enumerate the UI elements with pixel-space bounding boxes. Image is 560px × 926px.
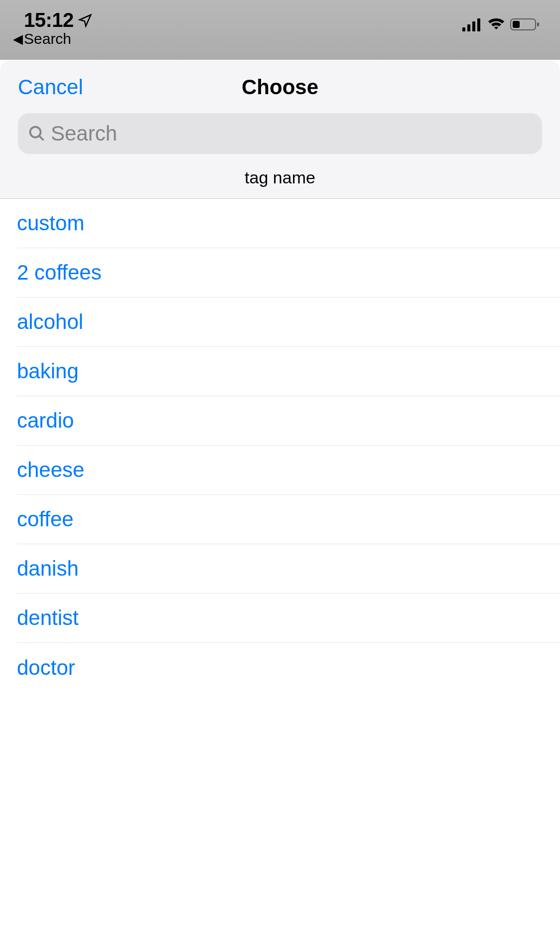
modal-title: Choose [242, 75, 318, 99]
tag-label: cardio [17, 396, 560, 446]
modal-header: Cancel Choose [0, 60, 560, 113]
svg-rect-0 [462, 27, 465, 31]
tag-label: cheese [17, 446, 560, 495]
back-label: Search [24, 30, 71, 47]
tag-label: danish [17, 544, 560, 594]
status-bar: 15:12 ◀ Search [0, 0, 560, 60]
battery-icon [510, 17, 540, 33]
list-item[interactable]: danish [0, 544, 560, 594]
tag-list: custom 2 coffees alcohol baking cardio c… [0, 199, 560, 926]
list-item[interactable]: doctor [0, 643, 560, 692]
cancel-button[interactable]: Cancel [18, 75, 83, 99]
list-item[interactable]: coffee [0, 495, 560, 544]
wifi-icon [487, 17, 505, 33]
search-placeholder: Search [51, 122, 117, 146]
search-input[interactable]: Search [18, 113, 542, 154]
list-item[interactable]: 2 coffees [0, 248, 560, 298]
tag-label: custom [17, 199, 560, 248]
svg-point-7 [30, 127, 41, 138]
svg-line-8 [39, 136, 44, 141]
list-item[interactable]: cardio [0, 396, 560, 446]
tag-label: coffee [17, 495, 560, 544]
status-time: 15:12 [24, 9, 74, 31]
section-header: tag name [0, 168, 560, 199]
chevron-left-icon: ◀ [13, 31, 23, 47]
list-item[interactable]: custom [0, 199, 560, 248]
list-item[interactable]: baking [0, 347, 560, 396]
search-icon [28, 125, 46, 143]
tag-label: dentist [17, 594, 560, 643]
tag-label: doctor [17, 643, 560, 692]
list-item[interactable]: cheese [0, 446, 560, 495]
back-to-app-button[interactable]: ◀ Search [13, 30, 540, 47]
svg-rect-2 [472, 21, 475, 31]
tag-label: 2 coffees [17, 248, 560, 298]
choose-modal: Cancel Choose Search tag name custom 2 c… [0, 60, 560, 926]
list-item[interactable]: dentist [0, 594, 560, 643]
cellular-signal-icon [462, 17, 482, 33]
svg-rect-6 [537, 22, 539, 26]
svg-rect-5 [513, 21, 520, 28]
svg-rect-3 [477, 18, 480, 31]
svg-rect-1 [467, 24, 470, 31]
tag-label: alcohol [17, 298, 560, 347]
list-item[interactable]: alcohol [0, 298, 560, 347]
tag-label: baking [17, 347, 560, 396]
location-icon [78, 13, 93, 28]
